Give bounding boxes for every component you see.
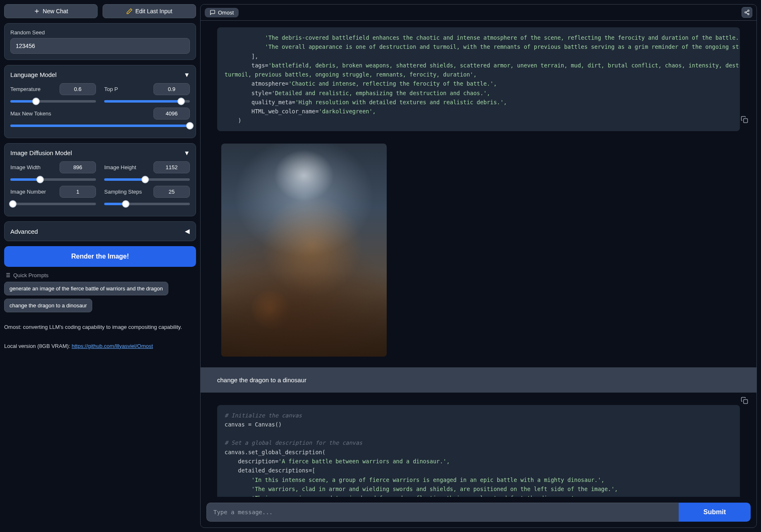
advanced-panel: Advanced ◀ <box>4 221 196 241</box>
language-model-panel: Language Model ▼ Temperature <box>4 65 196 138</box>
copy-icon <box>741 397 748 404</box>
code-block: # Initialize the canvas canvas = Canvas(… <box>217 405 740 497</box>
maxtokens-label: Max New Tokens <box>10 110 51 117</box>
share-icon <box>744 10 750 15</box>
image-diffusion-header[interactable]: Image Diffusion Model ▼ <box>10 149 190 156</box>
submit-button[interactable]: Submit <box>679 503 751 522</box>
tab-label: Omost <box>218 10 234 16</box>
copy-button[interactable] <box>741 397 749 405</box>
imgheight-input[interactable] <box>153 161 190 173</box>
temperature-input[interactable] <box>60 83 96 95</box>
edit-last-label: Edit Last Input <box>135 8 172 14</box>
maxtokens-slider[interactable] <box>10 125 190 127</box>
svg-rect-4 <box>744 399 748 403</box>
imgwidth-slider[interactable] <box>10 178 96 181</box>
imgnumber-input[interactable] <box>60 186 96 198</box>
code-block: 'The debris-covered battlefield enhances… <box>217 27 740 131</box>
seed-input[interactable] <box>10 38 190 54</box>
random-seed-panel: Random Seed <box>4 23 196 60</box>
copy-button[interactable] <box>727 409 735 417</box>
advanced-title: Advanced <box>10 228 38 235</box>
imgnumber-slider[interactable] <box>10 203 96 205</box>
input-bar: Submit <box>201 497 756 527</box>
quick-prompt-item[interactable]: change the dragon to a dinosaur <box>4 299 92 312</box>
language-model-header[interactable]: Language Model ▼ <box>10 71 190 78</box>
main-panel: Omost 'The debris-covered battlefield en… <box>200 4 757 528</box>
topp-label: Top P <box>104 86 118 92</box>
chat-scroll-area[interactable]: 'The debris-covered battlefield enhances… <box>201 21 756 497</box>
imgheight-label: Image Height <box>104 164 136 170</box>
tab-omost[interactable]: Omost <box>205 8 239 17</box>
render-button[interactable]: Render the Image! <box>4 246 196 267</box>
assistant-message: 'The debris-covered battlefield enhances… <box>201 21 756 367</box>
info-local: Local version (8GB VRAM): https://github… <box>4 342 196 350</box>
plus-icon <box>34 8 40 14</box>
imgheight-slider[interactable] <box>104 178 190 181</box>
assistant-message: # Initialize the canvas canvas = Canvas(… <box>201 393 756 497</box>
generated-image[interactable] <box>221 144 387 357</box>
user-message: change the dragon to a dinosaur <box>201 367 756 393</box>
chevron-down-icon: ▼ <box>184 71 190 78</box>
steps-slider[interactable] <box>104 203 190 205</box>
edit-last-button[interactable]: Edit Last Input <box>103 4 196 18</box>
list-icon <box>4 272 11 278</box>
maxtokens-input[interactable] <box>153 108 190 120</box>
copy-button[interactable] <box>741 116 749 124</box>
message-input[interactable] <box>206 503 679 522</box>
new-chat-label: New Chat <box>43 8 68 14</box>
svg-point-2 <box>748 13 749 15</box>
chat-icon <box>210 10 215 15</box>
imgwidth-input[interactable] <box>60 161 96 173</box>
steps-input[interactable] <box>153 186 190 198</box>
user-message-text: change the dragon to a dinosaur <box>217 376 306 383</box>
topp-slider[interactable] <box>104 100 190 103</box>
seed-label: Random Seed <box>10 29 190 36</box>
sidebar: New Chat Edit Last Input Random Seed Lan… <box>4 4 196 528</box>
quick-prompts-header: Quick Prompts <box>4 272 196 278</box>
image-diffusion-panel: Image Diffusion Model ▼ Image Width <box>4 143 196 216</box>
chevron-down-icon: ▼ <box>184 149 190 156</box>
svg-point-1 <box>745 12 747 13</box>
quick-prompts-section: Quick Prompts generate an image of the f… <box>4 272 196 312</box>
quick-prompt-item[interactable]: generate an image of the fierce battle o… <box>4 282 168 295</box>
temperature-slider[interactable] <box>10 100 96 103</box>
imgwidth-label: Image Width <box>10 164 41 170</box>
image-diffusion-title: Image Diffusion Model <box>10 149 72 156</box>
svg-point-0 <box>748 10 749 12</box>
local-link[interactable]: https://github.com/lllyasviel/Omost <box>72 343 153 349</box>
language-model-title: Language Model <box>10 71 57 78</box>
pencil-icon <box>126 8 133 14</box>
quick-prompts-title: Quick Prompts <box>13 272 48 278</box>
local-prefix: Local version (8GB VRAM): <box>4 343 72 349</box>
imgnumber-label: Image Number <box>10 189 46 195</box>
advanced-header[interactable]: Advanced ◀ <box>10 228 190 235</box>
chevron-left-icon: ◀ <box>185 228 190 235</box>
steps-label: Sampling Steps <box>104 189 142 195</box>
svg-rect-3 <box>744 119 748 123</box>
temperature-label: Temperature <box>10 86 41 92</box>
new-chat-button[interactable]: New Chat <box>4 4 98 18</box>
info-description: Omost: converting LLM's coding capabilit… <box>4 323 196 331</box>
topp-input[interactable] <box>153 83 190 95</box>
copy-icon <box>741 116 748 123</box>
share-button[interactable] <box>742 7 752 18</box>
